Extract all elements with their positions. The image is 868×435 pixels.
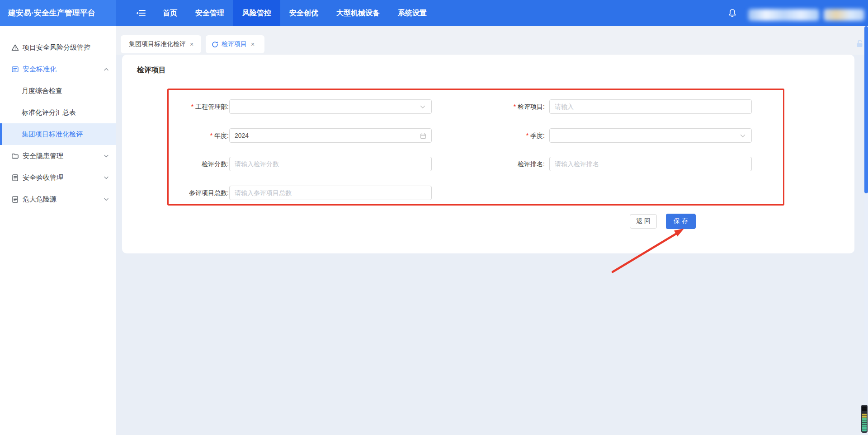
tab-group-standardization-review[interactable]: 集团项目标准化检评 × xyxy=(121,35,201,53)
calendar-icon[interactable] xyxy=(420,133,426,139)
nav-item-safety-excellence[interactable]: 安全创优 xyxy=(280,0,327,26)
tab-bar: 集团项目标准化检评 × 检评项目 × xyxy=(116,26,864,55)
field-label-review-rank: 检评排名: xyxy=(468,157,545,171)
review-rank-input-wrap xyxy=(549,157,752,171)
field-label-quarter: *季度: xyxy=(468,128,545,143)
total-projects-input-wrap xyxy=(229,186,432,200)
unlock-icon[interactable] xyxy=(855,39,864,48)
review-rank-input[interactable] xyxy=(550,157,751,171)
nav-item-system-settings[interactable]: 系统设置 xyxy=(389,0,436,26)
nav-item-risk-control[interactable]: 风险管控 xyxy=(233,0,280,26)
field-label-total-projects: 参评项目总数: xyxy=(152,186,229,200)
warning-triangle-icon xyxy=(11,44,19,51)
tab-label: 集团项目标准化检评 xyxy=(129,40,186,48)
file-icon xyxy=(11,196,19,203)
quarter-select[interactable] xyxy=(549,128,752,143)
sidebar-item-label: 危大危险源 xyxy=(23,195,57,204)
chevron-down-icon xyxy=(104,176,108,179)
sidebar-item-label: 集团项目标准化检评 xyxy=(22,130,83,139)
field-label-review-project: *检评项目: xyxy=(468,99,545,114)
required-marker: * xyxy=(191,103,193,110)
close-icon[interactable]: × xyxy=(251,41,255,47)
year-date-picker[interactable] xyxy=(229,128,432,143)
sidebar-item-hidden-danger-management[interactable]: 安全隐患管理 xyxy=(0,145,116,167)
required-marker: * xyxy=(210,132,212,139)
sidebar-item-acceptance-management[interactable]: 安全验收管理 xyxy=(0,167,116,188)
review-score-input[interactable] xyxy=(230,157,431,171)
field-label-year: *年度: xyxy=(152,128,229,143)
sidebar-item-score-summary[interactable]: 标准化评分汇总表 xyxy=(0,102,116,123)
sidebar-item-label: 安全验收管理 xyxy=(23,173,63,182)
back-button[interactable]: 返 回 xyxy=(630,214,657,229)
avatar-blurred[interactable] xyxy=(824,9,864,21)
field-label-project-dept: *工程管理部: xyxy=(152,99,229,114)
required-marker: * xyxy=(514,103,516,110)
app-logo-title: 建安易·安全生产管理平台 xyxy=(0,0,116,26)
sidebar-item-safety-standardization[interactable]: 安全标准化 xyxy=(0,58,116,80)
chevron-down-icon xyxy=(104,198,108,201)
chevron-down-icon xyxy=(420,104,426,110)
sidebar-item-label: 安全隐患管理 xyxy=(23,152,63,160)
review-score-input-wrap xyxy=(229,157,432,171)
performance-meter-stripes xyxy=(862,406,867,431)
top-navigation: 首页 安全管理 风险管控 安全创优 大型机械设备 系统设置 xyxy=(154,0,436,26)
tab-label: 检评项目 xyxy=(222,40,247,48)
file-icon xyxy=(11,174,19,182)
nav-item-large-machinery[interactable]: 大型机械设备 xyxy=(327,0,389,26)
title-divider xyxy=(128,86,854,86)
sidebar-item-group-standardization-review[interactable]: 集团项目标准化检评 xyxy=(0,123,116,145)
sidebar-item-label: 标准化评分汇总表 xyxy=(22,108,76,117)
chevron-up-icon xyxy=(104,68,108,71)
year-input[interactable] xyxy=(230,129,431,142)
scrollbar-thumb[interactable] xyxy=(864,26,868,193)
sidebar-item-project-risk-grading[interactable]: 项目安全风险分级管控 xyxy=(0,37,116,58)
project-dept-select[interactable] xyxy=(229,99,432,114)
chevron-down-icon xyxy=(104,154,108,158)
performance-meter-widget xyxy=(861,405,868,433)
save-button[interactable]: 保 存 xyxy=(666,214,696,229)
nav-item-safety-management[interactable]: 安全管理 xyxy=(186,0,233,26)
sidebar-item-monthly-inspection[interactable]: 月度综合检查 xyxy=(0,80,116,102)
sidebar-item-label: 安全标准化 xyxy=(23,65,57,74)
sidebar-item-major-hazard-source[interactable]: 危大危险源 xyxy=(0,188,116,210)
field-label-review-score: 检评分数: xyxy=(152,157,229,171)
required-marker: * xyxy=(526,132,528,139)
review-project-input-wrap xyxy=(549,99,752,114)
sidebar-menu: 项目安全风险分级管控 安全标准化 月度综合检查 标准化评分汇总表 集团项目标准化… xyxy=(0,26,116,435)
nav-item-home[interactable]: 首页 xyxy=(154,0,186,26)
chevron-down-icon xyxy=(740,133,746,139)
close-icon[interactable]: × xyxy=(190,41,193,47)
review-project-input[interactable] xyxy=(550,100,751,113)
content-card xyxy=(122,55,854,253)
notification-bell-icon[interactable] xyxy=(727,8,738,19)
menu-fold-icon[interactable] xyxy=(136,8,147,18)
top-header-bar: 建安易·安全生产管理平台 首页 安全管理 风险管控 安全创优 大型机械设备 系统… xyxy=(0,0,868,26)
sidebar-item-label: 月度综合检查 xyxy=(22,87,62,95)
folder-icon xyxy=(11,152,19,160)
username-blurred[interactable] xyxy=(748,9,819,21)
total-projects-input[interactable] xyxy=(230,186,431,200)
page-title: 检评项目 xyxy=(137,65,166,75)
sidebar-item-label: 项目安全风险分级管控 xyxy=(23,43,90,52)
profile-icon xyxy=(11,65,19,73)
tab-review-project[interactable]: 检评项目 × xyxy=(206,35,264,53)
refresh-icon[interactable] xyxy=(212,41,218,48)
